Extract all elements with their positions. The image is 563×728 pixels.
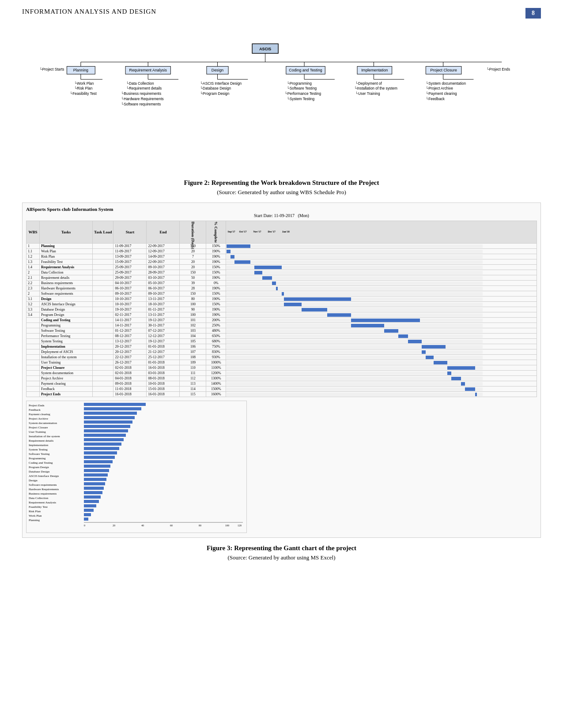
cell-start: 20-12-2017 [113, 344, 147, 349]
svg-rect-91 [84, 487, 104, 490]
cell-start: 01-12-2017 [113, 328, 147, 334]
cell-duration: 150 [180, 291, 206, 296]
cell-task: Database Design [40, 307, 93, 312]
svg-rect-69 [84, 438, 124, 441]
cell-pct: 200% [206, 318, 226, 323]
cell-load [93, 281, 113, 286]
svg-text:└Project Archive: └Project Archive [426, 86, 453, 90]
svg-text:60: 60 [170, 524, 173, 527]
cell-load [93, 318, 113, 323]
svg-text:└Requirement details: └Requirement details [126, 86, 162, 90]
gantt-header-row: WBS Tasks Task Load Start End Duration (… [26, 221, 537, 244]
cell-bar [226, 376, 537, 381]
cell-bar [226, 339, 537, 344]
cell-start: 04-10-2017 [113, 281, 147, 286]
svg-rect-55 [84, 407, 141, 410]
svg-text:Design: Design [29, 479, 38, 482]
cell-wbs [26, 365, 40, 371]
svg-rect-83 [84, 469, 109, 472]
cell-pct: 680% [206, 339, 226, 344]
gantt-row: 1.3 Feasibility Test 15-09-2017 22-09-20… [26, 259, 537, 265]
cell-task: Requirement details [40, 275, 93, 281]
cell-task: Software requirements [40, 291, 93, 296]
svg-rect-75 [84, 451, 117, 454]
gantt-row: 3.1 Design 10-10-2017 13-11-2017 80 190% [26, 296, 537, 302]
cell-pct: 150% [206, 291, 226, 296]
cell-load [93, 355, 113, 360]
cell-pct: 0% [206, 281, 226, 286]
cell-wbs [26, 334, 40, 339]
svg-text:Program Design: Program Design [29, 465, 49, 469]
svg-text:└Programming: └Programming [287, 81, 312, 86]
svg-text:Planning: Planning [73, 68, 88, 72]
gantt-row: User Training 26-12-2017 01-01-2018 109 … [26, 360, 537, 365]
svg-text:└ASCIS Interface Design: └ASCIS Interface Design [200, 81, 242, 86]
svg-text:Implementation: Implementation [361, 68, 388, 72]
cell-wbs [26, 381, 40, 387]
cell-start: 11-09-2017 [113, 249, 147, 254]
cell-duration: 112 [180, 376, 206, 381]
cell-load [93, 376, 113, 381]
cell-bar [226, 249, 537, 254]
cell-duration: 113 [180, 381, 206, 387]
cell-duration: 104 [180, 334, 206, 339]
svg-text:└Performance Testing: └Performance Testing [285, 91, 321, 96]
cell-end: 09-10-2017 [147, 291, 180, 296]
cell-bar [226, 265, 537, 270]
cell-load [93, 323, 113, 328]
cell-bar [226, 244, 537, 249]
cell-pct: 1000% [206, 360, 226, 365]
cell-wbs [26, 349, 40, 355]
svg-text:0: 0 [84, 524, 85, 527]
cell-load [93, 249, 113, 254]
gantt-row: System documentation 02-01-2018 03-01-20… [26, 371, 537, 376]
gantt-row: 3.3 Database Design 19-10-2017 01-11-201… [26, 307, 537, 312]
cell-start: 19-10-2017 [113, 307, 147, 312]
cell-end: 10-01-2018 [147, 381, 180, 387]
gantt-row: 3.2 ASCIS Interface Design 10-10-2017 18… [26, 302, 537, 307]
cell-task: Planning [40, 244, 93, 249]
gantt-body: 1 Planning 11-09-2017 22-09-2017 150 150… [26, 244, 537, 397]
svg-text:Coding and Testing: Coding and Testing [29, 461, 53, 465]
svg-text:└Payment clearing: └Payment clearing [426, 91, 457, 96]
cell-end: 05-10-2017 [147, 281, 180, 286]
gantt-row: 2.3 Hardware Requirements 06-10-2017 06-… [26, 286, 537, 291]
cell-task: Coding and Testing [40, 318, 93, 323]
cell-load [93, 265, 113, 270]
cell-task: Business requirements [40, 281, 93, 286]
svg-rect-71 [84, 443, 121, 446]
cell-task: Work Plan [40, 249, 93, 254]
cell-bar [226, 281, 537, 286]
cell-wbs: 3.2 [26, 302, 40, 307]
figure3-source: (Source: Generated by author using MS Ex… [22, 554, 541, 561]
cell-pct: 190% [206, 286, 226, 291]
cell-duration: 28 [180, 286, 206, 291]
cell-start: 16-01-2018 [113, 392, 147, 397]
cell-end: 22-09-2017 [147, 259, 180, 265]
cell-bar [226, 254, 537, 259]
cell-wbs: 1 [26, 244, 40, 249]
svg-rect-87 [84, 478, 106, 481]
svg-rect-61 [84, 420, 132, 424]
cell-bar [226, 334, 537, 339]
cell-load [93, 307, 113, 312]
cell-task: Installation of the system [40, 355, 93, 360]
cell-start: 14-11-2017 [113, 323, 147, 328]
cell-duration: 115 [180, 392, 206, 397]
col-end: End [147, 221, 180, 244]
gantt-row: 1.2 Risk Plan 13-09-2017 14-09-2017 7 19… [26, 254, 537, 259]
svg-rect-57 [84, 412, 137, 415]
cell-duration: 109 [180, 360, 206, 365]
cell-task: Implementation [40, 344, 93, 349]
cell-pct: 930% [206, 355, 226, 360]
svg-text:Requirement Analysis: Requirement Analysis [129, 68, 167, 72]
svg-text:└Database Design: └Database Design [200, 86, 231, 90]
cell-end: 01-11-2017 [147, 307, 180, 312]
cell-pct: 650% [206, 334, 226, 339]
cell-duration: 114 [180, 387, 206, 392]
cell-task: Risk Plan [40, 254, 93, 259]
cell-start: 10-10-2017 [113, 302, 147, 307]
svg-text:└Data Collection: └Data Collection [126, 81, 154, 86]
cell-load [93, 286, 113, 291]
svg-text:Software Testing: Software Testing [29, 452, 50, 456]
